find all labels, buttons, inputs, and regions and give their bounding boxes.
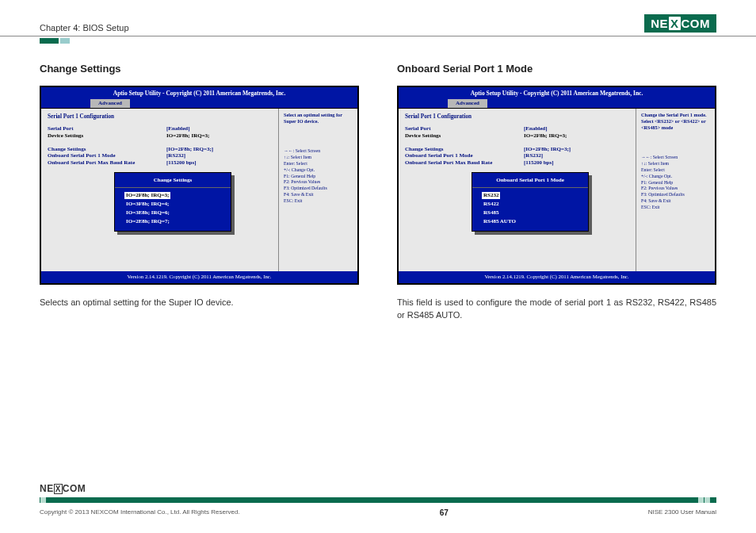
config-label: Change Settings [405,146,524,153]
config-row[interactable]: Change Settings[IO=2F8h; IRQ=3;] [48,146,272,153]
nexcom-logo: NEXCOM [644,14,716,33]
keyhelp-line: Enter: Select [641,167,710,174]
keyhelp-line: +/-: Change Opt. [641,174,710,180]
popup-change-settings: Change Settings IO=2F8h; IRQ=3;IO=3F8h; … [114,172,231,232]
config-value: [RS232] [166,152,185,159]
keyhelp-line: ESC: Exit [641,205,710,211]
right-caption: This field is used to configure the mode… [397,296,716,322]
config-label: Device Settings [405,132,524,140]
tab-advanced[interactable]: Advanced [448,99,487,108]
bios-title: Aptio Setup Utility - Copyright (C) 2011… [399,87,715,99]
config-value: [115200 bps] [166,159,197,167]
logo-pre: NE [651,17,668,30]
keyhelp-line: F4: Save & Exit [284,192,353,198]
config-label: Onboard Serial Port 1 Mode [48,152,166,159]
keyhelp-line: F2: Previous Values [284,179,353,186]
config-label: Onboard Serial Port Max Baud Rate [48,159,166,167]
manual-name: NISE 2300 User Manual [648,508,716,517]
config-label: Serial Port [405,125,524,132]
right-heading: Onboard Serial Port 1 Mode [397,63,716,75]
config-row[interactable]: Onboard Serial Port 1 Mode[RS232] [405,152,629,159]
popup-option[interactable]: IO=3E8h; IRQ=6; [120,209,176,217]
page-footer: Copyright © 2013 NEXCOM International Co… [40,508,716,517]
chapter-title: Chapter 4: BIOS Setup [40,23,129,33]
popup-option[interactable]: IO=2E8h; IRQ=7; [120,217,176,225]
help-text: Select an optimal setting for Super IO d… [284,112,353,125]
logo-post: COM [682,17,711,30]
footer-logo: NEXCOM [40,481,86,495]
bios-help-pane: Change the Serial Port 1 mode. Select <R… [636,109,715,271]
keyhelp-line: →←: Select Screen [284,148,353,155]
config-label: Serial Port [48,125,166,132]
config-label: Device Settings [48,132,166,140]
config-value: [115200 bps] [524,159,554,167]
page-header: Chapter 4: BIOS Setup NEXCOM [0,0,756,36]
tab-advanced[interactable]: Advanced [90,99,130,108]
config-value: [RS232] [524,152,543,159]
keyhelp-line: →←: Select Screen [641,155,710,161]
config-row[interactable]: Onboard Serial Port Max Baud Rate[115200… [405,159,629,167]
keyhelp-line: Enter: Select [284,161,353,167]
logo-x: X [669,17,681,30]
help-text: Change the Serial Port 1 mode. Select <R… [641,112,710,131]
bios-title: Aptio Setup Utility - Copyright (C) 2011… [41,87,357,99]
popup-option[interactable]: RS485 [477,209,505,217]
config-row[interactable]: Change Settings[IO=2F8h; IRQ=3;] [405,146,629,153]
config-value: [Enabled] [166,125,190,132]
config-label: Change Settings [48,146,166,153]
accent-bar [40,38,756,44]
left-caption: Selects an optimal setting for the Super… [40,296,359,309]
popup-option[interactable]: RS485 AUTO [477,217,522,225]
right-column: Onboard Serial Port 1 Mode Aptio Setup U… [397,63,716,322]
bios-help-pane: Select an optimal setting for Super IO d… [278,109,357,271]
config-value: [Enabled] [524,125,548,132]
keyhelp-line: F4: Save & Exit [641,198,710,205]
left-column: Change Settings Aptio Setup Utility - Co… [40,63,359,322]
config-header: Serial Port 1 Configuration [405,113,629,121]
config-value: [IO=2F8h; IRQ=3;] [166,146,213,153]
keyhelp-line: F1: General Help [284,174,353,180]
bios-left-pane: Serial Port 1 Configuration Serial Port[… [399,109,636,271]
config-value: [IO=2F8h; IRQ=3;] [524,146,571,153]
footer-bar [40,497,716,503]
popup-option[interactable]: RS232 [482,192,500,199]
popup-option[interactable]: IO=2F8h; IRQ=3; [124,192,170,199]
bios-left-pane: Serial Port 1 Configuration Serial Port[… [41,109,278,271]
config-label: Onboard Serial Port 1 Mode [405,152,524,159]
config-row[interactable]: Onboard Serial Port Max Baud Rate[115200… [48,159,272,167]
popup-option[interactable]: IO=3F8h; IRQ=4; [120,200,175,208]
popup-option[interactable]: RS422 [477,200,505,208]
copyright-text: Copyright © 2013 NEXCOM International Co… [40,508,240,517]
keyhelp-line: ↑↓: Select Item [641,161,710,167]
bios-tabs: Advanced [41,99,357,109]
config-value: IO=2F8h; IRQ=3; [166,132,209,140]
config-value: IO=2F8h; IRQ=3; [524,132,567,140]
popup-title: Change Settings [115,175,231,188]
config-row[interactable]: Device SettingsIO=2F8h; IRQ=3; [405,132,629,140]
config-row[interactable]: Serial Port[Enabled] [405,125,629,132]
popup-serial-mode: Onboard Serial Port 1 Mode RS232RS422RS4… [472,172,589,232]
config-header: Serial Port 1 Configuration [48,113,272,121]
left-heading: Change Settings [40,63,359,75]
keyhelp-line: ↑↓: Select Item [284,155,353,161]
popup-title: Onboard Serial Port 1 Mode [472,175,588,188]
keyhelp-line: F3: Optimized Defaults [284,186,353,192]
bios-footer: Version 2.14.1219. Copyright (C) 2011 Am… [399,271,715,282]
config-row[interactable]: Onboard Serial Port 1 Mode[RS232] [48,152,272,159]
keyhelp-line: ESC: Exit [284,198,353,205]
bios-screenshot-right: Aptio Setup Utility - Copyright (C) 2011… [397,86,716,285]
config-label: Onboard Serial Port Max Baud Rate [405,159,524,167]
keyhelp-line: F3: Optimized Defaults [641,192,710,198]
bios-tabs: Advanced [399,99,715,109]
keyhelp-line: +/-: Change Opt. [284,167,353,174]
keyhelp-line: F2: Previous Values [641,186,710,192]
keyhelp-line: F1: General Help [641,180,710,186]
bios-screenshot-left: Aptio Setup Utility - Copyright (C) 2011… [40,86,359,285]
config-row[interactable]: Device SettingsIO=2F8h; IRQ=3; [48,132,272,140]
config-row[interactable]: Serial Port[Enabled] [48,125,272,132]
main-content: Change Settings Aptio Setup Utility - Co… [0,44,756,322]
page-number: 67 [440,508,449,517]
bios-footer: Version 2.14.1219. Copyright (C) 2011 Am… [41,271,357,282]
